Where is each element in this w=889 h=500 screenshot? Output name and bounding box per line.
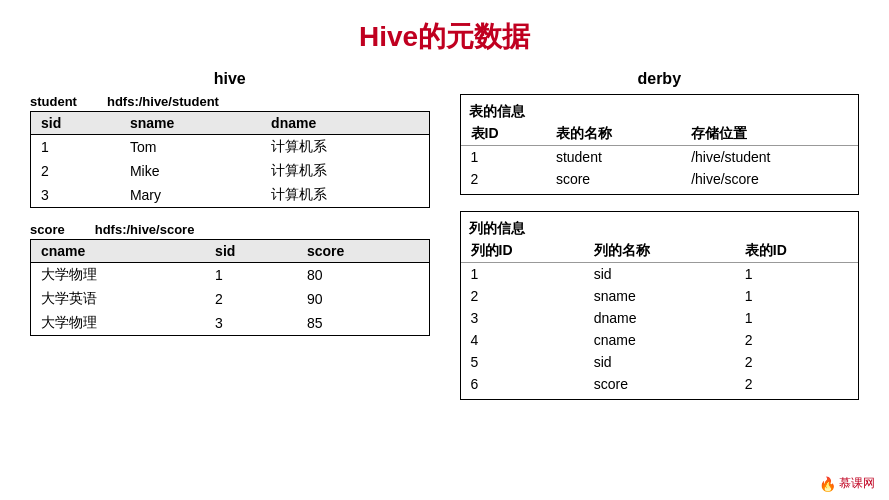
table-cell: dname bbox=[584, 307, 735, 329]
table-cell: sid bbox=[584, 351, 735, 373]
table-cell: 大学英语 bbox=[31, 287, 206, 311]
table-cell: 1 bbox=[461, 146, 546, 169]
student-col-sid: sid bbox=[31, 112, 120, 135]
table-cell: sname bbox=[584, 285, 735, 307]
student-label-path: hdfs:/hive/student bbox=[107, 94, 219, 109]
table-cell: 5 bbox=[461, 351, 584, 373]
derby-col-col-name: 列的名称 bbox=[584, 240, 735, 263]
table-cell: 85 bbox=[297, 311, 429, 336]
table-cell: /hive/score bbox=[681, 168, 858, 190]
table-cell: 2 bbox=[735, 373, 858, 395]
table-cell: 6 bbox=[461, 373, 584, 395]
student-table-label: student hdfs:/hive/student bbox=[30, 94, 430, 109]
table-cell: 2 bbox=[735, 351, 858, 373]
derby-table-col-id: 表ID bbox=[461, 123, 546, 146]
table-cell: 2 bbox=[461, 285, 584, 307]
score-table-label: score hdfs:/hive/score bbox=[30, 222, 430, 237]
table-cell: 80 bbox=[297, 263, 429, 288]
watermark: 🔥 慕课网 bbox=[819, 475, 875, 492]
table-row: 大学物理180 bbox=[31, 263, 430, 288]
table-cell: score bbox=[546, 168, 681, 190]
derby-col-col-id: 列的ID bbox=[461, 240, 584, 263]
table-row: 2Mike计算机系 bbox=[31, 159, 430, 183]
derby-table-info-table: 表ID 表的名称 存储位置 1student/hive/student2scor… bbox=[461, 123, 859, 190]
score-table: cname sid score 大学物理180大学英语290大学物理385 bbox=[30, 239, 430, 336]
table-cell: 3 bbox=[205, 311, 297, 336]
table-row: 4cname2 bbox=[461, 329, 859, 351]
table-cell: 2 bbox=[461, 168, 546, 190]
table-cell: 大学物理 bbox=[31, 311, 206, 336]
table-row: 6score2 bbox=[461, 373, 859, 395]
derby-table-info-box: 表的信息 表ID 表的名称 存储位置 1student/hive/student… bbox=[460, 94, 860, 195]
table-row: 3Mary计算机系 bbox=[31, 183, 430, 208]
table-cell: 1 bbox=[735, 285, 858, 307]
derby-section: derby 表的信息 表ID 表的名称 存储位置 1student/hive/s… bbox=[460, 70, 860, 416]
derby-table-col-path: 存储位置 bbox=[681, 123, 858, 146]
derby-table-info-title: 表的信息 bbox=[461, 99, 859, 123]
table-row: 1sid1 bbox=[461, 263, 859, 286]
table-cell: 3 bbox=[461, 307, 584, 329]
student-col-sname: sname bbox=[120, 112, 261, 135]
score-col-score: score bbox=[297, 240, 429, 263]
table-row: 5sid2 bbox=[461, 351, 859, 373]
watermark-text: 慕课网 bbox=[839, 475, 875, 492]
hive-section: hive student hdfs:/hive/student sid snam… bbox=[30, 70, 430, 416]
table-cell: 1 bbox=[461, 263, 584, 286]
table-row: 2sname1 bbox=[461, 285, 859, 307]
table-cell: 1 bbox=[205, 263, 297, 288]
derby-column-info-box: 列的信息 列的ID 列的名称 表的ID 1sid12sname13dname14… bbox=[460, 211, 860, 400]
student-label-name: student bbox=[30, 94, 77, 109]
derby-table-col-name: 表的名称 bbox=[546, 123, 681, 146]
table-cell: 1 bbox=[735, 307, 858, 329]
table-cell: 2 bbox=[31, 159, 120, 183]
table-cell: 1 bbox=[31, 135, 120, 160]
table-cell: 计算机系 bbox=[261, 183, 429, 208]
score-col-cname: cname bbox=[31, 240, 206, 263]
table-cell: Mary bbox=[120, 183, 261, 208]
table-row: 1Tom计算机系 bbox=[31, 135, 430, 160]
score-label-name: score bbox=[30, 222, 65, 237]
table-cell: 4 bbox=[461, 329, 584, 351]
table-cell: Tom bbox=[120, 135, 261, 160]
table-cell: 90 bbox=[297, 287, 429, 311]
table-cell: 1 bbox=[735, 263, 858, 286]
table-cell: 计算机系 bbox=[261, 159, 429, 183]
table-row: 大学物理385 bbox=[31, 311, 430, 336]
student-table-group: student hdfs:/hive/student sid sname dna… bbox=[30, 94, 430, 208]
derby-column-info-title: 列的信息 bbox=[461, 216, 859, 240]
derby-col-table-id: 表的ID bbox=[735, 240, 858, 263]
table-cell: 大学物理 bbox=[31, 263, 206, 288]
table-cell: score bbox=[584, 373, 735, 395]
table-row: 大学英语290 bbox=[31, 287, 430, 311]
score-label-path: hdfs:/hive/score bbox=[95, 222, 195, 237]
table-cell: Mike bbox=[120, 159, 261, 183]
page-title: Hive的元数据 bbox=[0, 0, 889, 66]
score-table-group: score hdfs:/hive/score cname sid score 大… bbox=[30, 222, 430, 336]
derby-section-title: derby bbox=[460, 70, 860, 88]
derby-column-info-table: 列的ID 列的名称 表的ID 1sid12sname13dname14cname… bbox=[461, 240, 859, 395]
table-cell: 2 bbox=[735, 329, 858, 351]
table-cell: 2 bbox=[205, 287, 297, 311]
student-table: sid sname dname 1Tom计算机系2Mike计算机系3Mary计算… bbox=[30, 111, 430, 208]
table-cell: 3 bbox=[31, 183, 120, 208]
table-row: 1student/hive/student bbox=[461, 146, 859, 169]
table-cell: 计算机系 bbox=[261, 135, 429, 160]
hive-section-title: hive bbox=[30, 70, 430, 88]
table-row: 2score/hive/score bbox=[461, 168, 859, 190]
table-cell: sid bbox=[584, 263, 735, 286]
table-cell: student bbox=[546, 146, 681, 169]
table-cell: cname bbox=[584, 329, 735, 351]
fire-icon: 🔥 bbox=[819, 476, 836, 492]
score-col-sid: sid bbox=[205, 240, 297, 263]
student-col-dname: dname bbox=[261, 112, 429, 135]
table-cell: /hive/student bbox=[681, 146, 858, 169]
table-row: 3dname1 bbox=[461, 307, 859, 329]
